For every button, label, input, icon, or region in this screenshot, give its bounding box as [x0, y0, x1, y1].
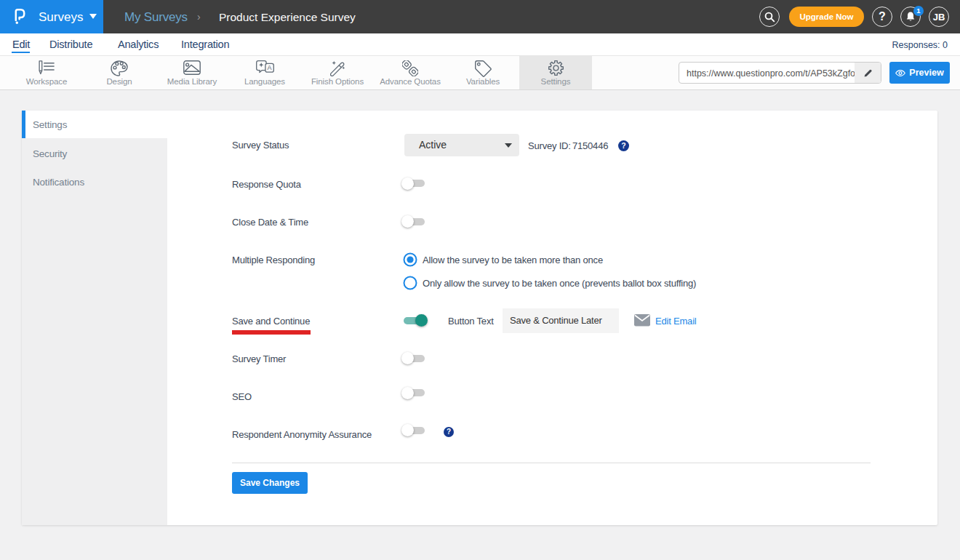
svg-text:A: A: [267, 64, 271, 71]
